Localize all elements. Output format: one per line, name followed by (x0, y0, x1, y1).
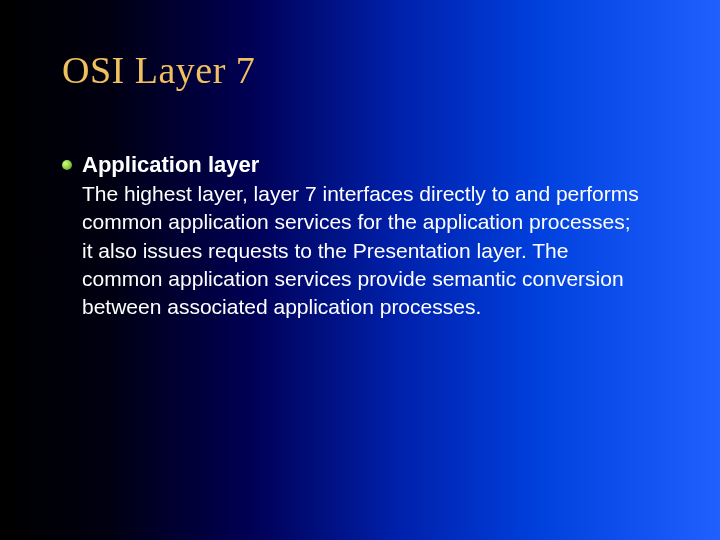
slide-title: OSI Layer 7 (62, 48, 255, 92)
content-body: The highest layer, layer 7 interfaces di… (82, 180, 642, 322)
content-subheading: Application layer (82, 152, 259, 178)
bullet-icon (62, 160, 72, 170)
slide-content: Application layer The highest layer, lay… (62, 152, 642, 322)
bullet-item: Application layer (62, 152, 642, 178)
